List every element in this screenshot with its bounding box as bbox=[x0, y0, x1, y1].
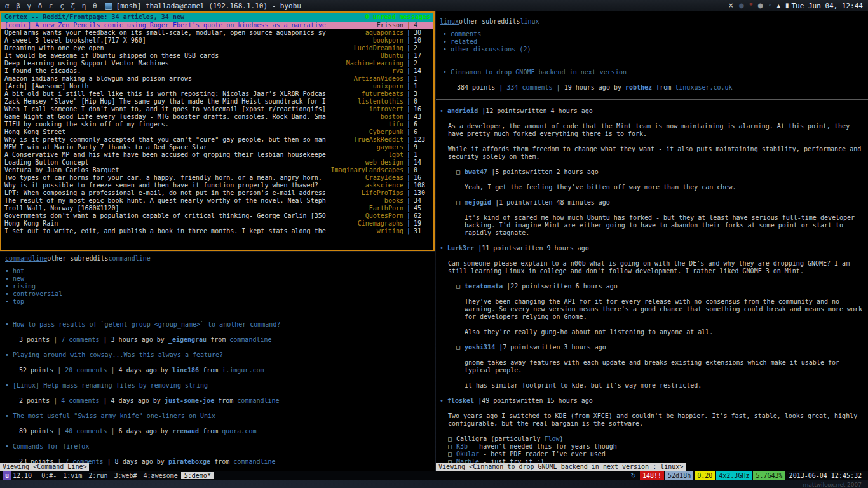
post-comments-link[interactable]: 20 comments bbox=[65, 367, 107, 374]
article-row[interactable]: A Conservative MP and his wife have been… bbox=[1, 151, 433, 159]
comment-author[interactable]: teratomata bbox=[465, 283, 503, 290]
network-icon[interactable]: ▴ bbox=[777, 3, 780, 9]
post-comments-link[interactable]: 40 comments bbox=[65, 428, 107, 435]
nav-link-comments[interactable]: •comments bbox=[443, 30, 864, 38]
comment-header[interactable]: •andrioid |12 pointswritten 4 hours ago bbox=[440, 107, 864, 115]
workspace-tags[interactable]: α β γ δ ε ς ζ η θ bbox=[5, 2, 98, 10]
article-row[interactable]: Governments don't want a population capa… bbox=[1, 212, 433, 220]
article-row[interactable]: Why is it possible to freeze semen and t… bbox=[1, 182, 433, 189]
post-source-link[interactable]: commandline bbox=[229, 336, 271, 343]
swords-icon[interactable]: × bbox=[728, 3, 733, 9]
article-row[interactable]: Zack Hemsey-"Slave" [Hip Hop] The same g… bbox=[1, 98, 433, 105]
article-row[interactable]: [Arch] [Awesome] Northunixporn|1 bbox=[1, 83, 433, 90]
article-row[interactable]: It would be awesome if Ubuntu shipped on… bbox=[1, 52, 433, 60]
byobu-window-2[interactable]: 2:run bbox=[85, 472, 111, 479]
subreddit-name[interactable]: commandline bbox=[109, 255, 151, 262]
comment-header[interactable]: □bwat47 |5 pointswritten 2 hours ago bbox=[456, 168, 864, 176]
comment-header[interactable]: •Lurk3rr |11 pointswritten 9 hours ago bbox=[440, 245, 864, 252]
subreddit-name[interactable]: linux bbox=[520, 18, 539, 25]
nav-link-controversial[interactable]: •controversial bbox=[5, 290, 435, 298]
comment-header[interactable]: □yoshi314 |7 pointswritten 3 hours ago bbox=[456, 344, 864, 351]
nav-link-rising[interactable]: •rising bbox=[5, 283, 435, 290]
comment-author[interactable]: mejogid bbox=[465, 199, 491, 206]
byobu-window-3[interactable]: 3:web# bbox=[111, 472, 140, 479]
post-title[interactable]: Commands for firefox bbox=[13, 443, 89, 450]
article-row[interactable]: Game Night at Good Life every Tuesday - … bbox=[1, 113, 433, 121]
byobu-window-4[interactable]: 4:awesome bbox=[140, 472, 181, 479]
chat-icon[interactable]: ◦ bbox=[768, 3, 772, 9]
post-author-link[interactable]: _eigengrau bbox=[168, 336, 207, 343]
article-row[interactable]: LPT: When composing a professional e-mai… bbox=[1, 189, 433, 197]
post-source-link[interactable]: commandline bbox=[237, 397, 279, 404]
clock[interactable]: Tue Jun 04, 12:44 bbox=[791, 2, 863, 10]
article-row[interactable]: Hong Kong RainCinemagraphs|19 bbox=[1, 220, 433, 227]
post-title-row[interactable]: •How to pass results of `getent group <g… bbox=[5, 321, 435, 329]
article-row[interactable]: MFW I win at Mario Party 7 thanks to a R… bbox=[1, 144, 433, 151]
post-author-link[interactable]: robthez bbox=[625, 84, 652, 91]
post-comments-link[interactable]: 334 comments bbox=[506, 84, 552, 91]
post-comments-link[interactable]: 4 comments bbox=[61, 397, 99, 404]
comment-header[interactable]: •floskel |49 pointswritten 15 hours ago bbox=[440, 397, 864, 405]
article-row-selected[interactable]: [comic] A new Zen Pencils comic using Ro… bbox=[1, 22, 433, 29]
comment-header[interactable]: □teratomata |22 pointswritten 6 hours ag… bbox=[456, 283, 864, 290]
subreddit-link[interactable]: linux bbox=[440, 18, 459, 25]
post-title-row[interactable]: •Playing around with cowsay...Was this a… bbox=[5, 351, 435, 359]
article-row[interactable]: Two types of car horns for your car, a h… bbox=[1, 174, 433, 182]
post-title[interactable]: Playing around with cowsay...Was this al… bbox=[13, 351, 223, 358]
post-source-link[interactable]: i.imgur.com bbox=[222, 367, 264, 374]
byobu-window-0[interactable]: 0:#- bbox=[38, 472, 60, 479]
app-link[interactable]: K3b bbox=[456, 443, 468, 450]
article-row[interactable]: TIFU by cooking the skin off of my finge… bbox=[1, 121, 433, 128]
nav-link-related[interactable]: •related bbox=[443, 38, 864, 46]
post-title[interactable]: Cinnamon to drop GNOME backend in next v… bbox=[451, 69, 627, 76]
nav-link-other-discussions-2[interactable]: •other discussions (2) bbox=[443, 46, 864, 53]
browser-icon[interactable]: ● bbox=[738, 3, 744, 9]
byobu-window-5[interactable]: 5:demo* bbox=[181, 472, 214, 479]
post-author-link[interactable]: pirateboxge bbox=[168, 458, 210, 465]
subreddit-link[interactable]: commandline bbox=[5, 255, 47, 262]
alert-icon[interactable]: * bbox=[749, 3, 752, 9]
post-title[interactable]: The most useful "Swiss army knife" one-l… bbox=[13, 412, 215, 419]
article-row[interactable]: Hong Kong StreetCyberpunk|6 bbox=[1, 128, 433, 136]
article-row[interactable]: OpenFarms wants your feedback on its sma… bbox=[1, 29, 433, 37]
article-row[interactable]: The result of my most epic book hunt. A … bbox=[1, 197, 433, 205]
comment-author[interactable]: bwat47 bbox=[465, 168, 487, 175]
app-link[interactable]: Okular bbox=[456, 451, 479, 458]
article-row[interactable]: I found the cicadas.rva|14 bbox=[1, 67, 433, 75]
comment-author[interactable]: yoshi314 bbox=[465, 344, 495, 351]
article-row[interactable]: A bit old but i still feel like this is … bbox=[1, 90, 433, 98]
article-row[interactable]: Ventura by Juan Carlos BarquetImaginaryL… bbox=[1, 166, 433, 174]
post-source-link[interactable]: linuxuser.co.uk bbox=[675, 84, 732, 91]
article-row[interactable]: Troll Wall, Norway [1680X1120]EarthPorn|… bbox=[1, 205, 433, 212]
article-row[interactable]: When I call someone I don't want to, and… bbox=[1, 105, 433, 113]
article-row[interactable]: Dreaming with one eye openLucidDreaming|… bbox=[1, 44, 433, 52]
article-row[interactable]: Loading Button Conceptweb_design|14 bbox=[1, 159, 433, 166]
nav-link-top[interactable]: •top bbox=[5, 298, 435, 306]
article-row[interactable]: Amazon indians making a blowgun and pois… bbox=[1, 75, 433, 83]
nav-link-new[interactable]: •new bbox=[5, 275, 435, 283]
post-title-row[interactable]: •[Linux] Help mass renaming files by rem… bbox=[5, 382, 435, 390]
post-source-link[interactable]: commandline bbox=[233, 458, 275, 465]
comment-author[interactable]: Lurk3rr bbox=[447, 245, 474, 252]
volume-icon[interactable]: ▮ bbox=[785, 3, 789, 9]
post-source-link[interactable]: quora.com bbox=[222, 428, 256, 435]
post-title-row[interactable]: •Commands for firefox bbox=[5, 443, 435, 451]
nav-link-hot[interactable]: •hot bbox=[5, 268, 435, 275]
article-row[interactable]: Deep Learning using Support Vector Machi… bbox=[1, 60, 433, 67]
comment-header[interactable]: □mejogid |1 pointwritten 48 minutes ago bbox=[456, 199, 864, 207]
post-author-link[interactable]: linc186 bbox=[172, 367, 199, 374]
post-title[interactable]: How to pass results of `getent group <gr… bbox=[13, 321, 280, 328]
app-link[interactable]: Flow bbox=[544, 435, 559, 442]
post-title-row[interactable]: •Cinnamon to drop GNOME backend in next … bbox=[443, 69, 864, 76]
post-author-link[interactable]: just-some-joe bbox=[165, 397, 214, 404]
byobu-window-1[interactable]: 1:vim bbox=[60, 472, 85, 479]
post-comments-link[interactable]: 7 comments bbox=[61, 336, 99, 343]
article-row[interactable]: A sweet 3 level bookshelf.[717 X 960]boo… bbox=[1, 37, 433, 44]
comment-author[interactable]: andrioid bbox=[447, 107, 478, 114]
comment-author[interactable]: floskel bbox=[447, 397, 474, 404]
post-author-link[interactable]: rrenaud bbox=[172, 428, 199, 435]
post-title-row[interactable]: •The most useful "Swiss army knife" one-… bbox=[5, 412, 435, 420]
article-row[interactable]: I set out to write, edit, and publish a … bbox=[1, 227, 433, 235]
post-title[interactable]: [Linux] Help mass renaming files by remo… bbox=[13, 382, 208, 389]
article-row[interactable]: Why is it pretty commonly accepted that … bbox=[1, 136, 433, 144]
